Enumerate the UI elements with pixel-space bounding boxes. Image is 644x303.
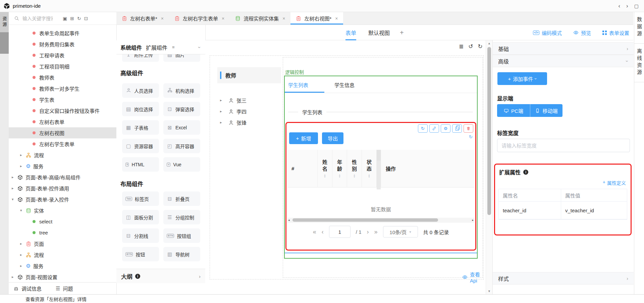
palette-item-group-control[interactable]: ☰分组控制 [163, 210, 200, 224]
grid-refresh-icon[interactable]: ↻ [469, 134, 473, 139]
sort-icons[interactable]: ▲▼ [368, 174, 370, 178]
nav-back-icon[interactable]: ‹ [618, 3, 620, 9]
outline-panel-header[interactable]: 大纲 i › [116, 269, 205, 283]
palette-item-org-select[interactable]: 机构选择 [163, 83, 200, 98]
tree-item[interactable]: ▾实体 [9, 205, 116, 216]
tree-item[interactable]: 工程申请表 [9, 50, 116, 61]
view-tab-default[interactable]: 默认视图 [368, 25, 390, 40]
student-grid-widget[interactable]: ↻ ⚙ ↻ + 新增 导出 # [285, 122, 476, 251]
expand-icon[interactable]: ▸ [20, 253, 26, 257]
debug-info-button[interactable]: 调试信息 [13, 285, 42, 292]
expand-icon[interactable]: ▸ [12, 175, 17, 179]
teacher-node[interactable]: ▸ 张锋 [220, 119, 247, 126]
tree-item-selected[interactable]: 左树右视图 [9, 127, 116, 138]
code-mode-button[interactable]: </> 编码模式 [533, 29, 562, 36]
prop-value-cell[interactable]: v_teacher_id [561, 202, 627, 219]
scrollbar-thumb[interactable] [292, 218, 438, 222]
tree-item[interactable]: select [9, 216, 116, 227]
form-designer-canvas[interactable]: ≣ ↺ ↻ 教师 ▸ 张三 ▸ 李四 ▸ 张锋 逻辑控制 [205, 40, 486, 294]
palette-item-popup-select[interactable]: ⊡弹窗选择 [163, 102, 200, 116]
close-icon[interactable]: × [161, 16, 164, 21]
tree-item[interactable]: ▸⚙服务 [9, 260, 116, 271]
scroll-up-icon[interactable]: ▲ [486, 42, 492, 45]
palette-item-subtable[interactable]: ▦子表格 [122, 120, 159, 135]
sort-icons[interactable]: ▲▼ [338, 174, 341, 178]
palette-item-panel-split[interactable]: ◫面板分割 [122, 210, 159, 224]
palette-tab-extend[interactable]: 扩展组件 [146, 43, 167, 51]
logic-control-container[interactable]: 学生列表 学生信息 学生列表 ↻ ⚙ ↻ + [284, 76, 478, 259]
expand-icon[interactable]: ▸ [220, 98, 226, 102]
palette-item-button[interactable]: BTN按钮 [122, 247, 159, 261]
outline-icon[interactable]: ≣ [459, 43, 464, 50]
collapse-icon[interactable]: ▾ [12, 197, 17, 202]
doc-tab-active[interactable]: 左树右视图* × [290, 12, 343, 25]
widget-link-icon[interactable] [429, 124, 439, 133]
doc-tab[interactable]: 流程实例实体集 × [230, 12, 290, 25]
tab-student-info[interactable]: 学生信息 [334, 81, 355, 88]
tree-item[interactable]: 教师表 [9, 72, 116, 83]
tree-item[interactable]: 左树右表单 [9, 116, 116, 127]
palette-item-person-select[interactable]: 人员选择 [122, 83, 159, 98]
collapse-all-icon[interactable]: ⊡ [84, 16, 88, 21]
canvas-scrollbar[interactable]: ▲ ▼ [486, 40, 492, 294]
tree-item[interactable]: ▸页面 [9, 238, 116, 249]
prop-name-cell[interactable]: teacher_id [499, 202, 561, 219]
close-icon[interactable]: × [335, 16, 338, 21]
palette-item-collapse[interactable]: ⊟折叠页 [163, 191, 200, 206]
next-page-button[interactable]: › [367, 228, 369, 235]
palette-item-divider[interactable]: ⊟分割线 [122, 228, 159, 243]
scroll-down-icon[interactable]: ▼ [486, 290, 492, 293]
new-folder-icon[interactable]: ⊞ [70, 16, 74, 21]
tree-item[interactable]: ▸页面-表单-高级/布局组件 [9, 172, 116, 183]
section-basic[interactable]: 基础 › [493, 42, 634, 55]
expand-icon[interactable]: ▸ [20, 264, 26, 268]
preview-button[interactable]: 预览 [573, 29, 591, 36]
dock-tab-offline[interactable]: 离线资源 [634, 44, 644, 82]
doc-tab[interactable]: 左树右学生表单 × [169, 12, 230, 25]
widget-copy-icon[interactable] [452, 124, 462, 133]
teacher-node[interactable]: ▸ 张三 [220, 97, 247, 104]
palette-item-button-group[interactable]: BTN按钮组 [163, 228, 200, 243]
label-width-input[interactable] [497, 139, 630, 152]
last-page-button[interactable]: » [374, 228, 378, 235]
page-input[interactable] [329, 226, 351, 238]
sort-icons[interactable]: ▲▼ [353, 174, 356, 178]
tree-item[interactable]: 自定义窗口操作按钮及事件 [9, 105, 116, 116]
close-icon[interactable]: × [282, 16, 285, 21]
expand-icon[interactable]: ▸ [220, 120, 226, 125]
nav-forward-icon[interactable]: › [626, 3, 628, 9]
prop-row[interactable]: teacher_id v_teacher_id [499, 202, 627, 219]
tree-item[interactable]: ▸⚙服务 [9, 161, 116, 172]
page-size-select[interactable]: 10条/页 ▾ [383, 226, 418, 237]
tree-item[interactable]: 工程项目明细 [9, 61, 116, 72]
palette-collapse-icon[interactable]: › [197, 46, 203, 48]
view-tab-form[interactable]: 表单 [345, 25, 356, 40]
mobile-side-button[interactable]: 移动端 [530, 104, 562, 117]
teacher-panel-header[interactable]: 教师 [217, 67, 281, 83]
tree-item[interactable]: tree [9, 227, 116, 238]
palette-item-nav-tree[interactable]: ▥导航树 [163, 247, 200, 261]
first-page-button[interactable]: « [313, 228, 316, 235]
scrollbar-thumb[interactable] [487, 47, 491, 215]
tree-item[interactable]: 学生表 [9, 94, 116, 105]
undo-icon[interactable]: ↺ [468, 43, 473, 50]
tree-item[interactable]: ▸页面-视图设置 [9, 271, 116, 282]
tree-item[interactable]: 表单生命周起事件 [9, 28, 116, 39]
activity-tab-resources[interactable]: 资源 [0, 12, 9, 32]
expand-icon[interactable]: ▸ [20, 242, 26, 246]
add-event-button[interactable]: + 添加事件 › [497, 72, 547, 85]
tab-student-list[interactable]: 学生列表 [288, 81, 308, 88]
redo-icon[interactable]: ↻ [478, 43, 483, 50]
expand-icon[interactable]: ▸ [12, 275, 17, 279]
collapse-icon[interactable]: ▾ [20, 208, 26, 213]
palette-item-html[interactable]: 5HTML [122, 157, 159, 172]
close-icon[interactable]: × [222, 16, 224, 21]
widget-settings-icon[interactable]: ⚙ [441, 124, 450, 133]
palette-menu-icon[interactable]: ≡ [172, 45, 175, 50]
section-advanced[interactable]: 高级 › [493, 55, 634, 67]
palette-item-excel[interactable]: ⊠Excel [163, 120, 200, 135]
expand-icon[interactable]: ▸ [220, 109, 226, 114]
pc-side-button[interactable]: PC端 [497, 104, 530, 117]
palette-item-post-select[interactable]: ▤岗位选择 [122, 102, 159, 116]
search-input[interactable] [22, 15, 53, 21]
